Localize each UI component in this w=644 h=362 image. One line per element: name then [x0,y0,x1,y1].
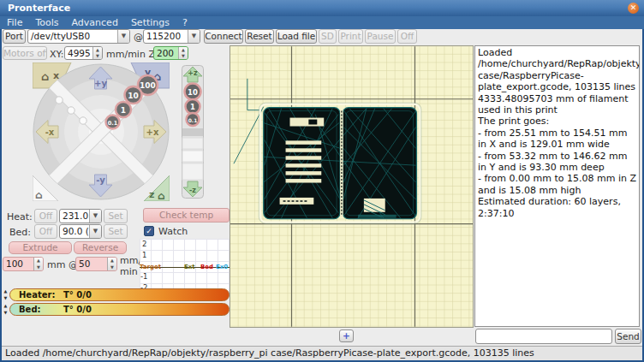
window-titlebar[interactable]: Pronterface [0,0,644,16]
gcode-viewer-canvas[interactable] [230,45,474,328]
heater-gauge-spin-up[interactable]: ▲ [2,288,9,295]
bed-temp-value: 90.0 (u [60,225,89,238]
window-title: Pronterface [8,3,70,14]
xy-distance-1-label: 1 [121,106,126,115]
heater-gauge-value: T° 0/0 [63,290,92,300]
extrude-length-spin-up[interactable]: ▲ [34,258,43,264]
temp-graph: 2 1 -1 -2 Target Ext Bed Ex0 [140,239,230,296]
reverse-button[interactable]: Reverse [74,241,127,254]
xy-feed-spinner[interactable]: 4995 ▲ ▼ [64,46,103,60]
port-select[interactable]: /dev/ttyUSB0 ▼ [27,29,130,44]
extrude-length-spin-down[interactable]: ▼ [34,264,43,271]
send-button[interactable]: Send [615,329,641,344]
xy-distance-01-label: 0.1 [108,120,118,127]
home-icon: ⌂ [35,189,43,201]
graph-ytick: 1 [142,251,146,259]
xy-distance-10-label: 10 [128,92,139,100]
z-feed-label: mm/min Z: [106,49,158,60]
menu-file[interactable]: File [7,17,22,28]
heat-off-button[interactable]: Off [34,209,57,223]
heater-gauge-spinner[interactable]: ▲ ▼ [2,288,9,301]
chevron-down-icon[interactable]: ▼ [188,30,200,43]
connect-button[interactable]: Connect [204,29,243,44]
heater-gauge[interactable]: Heater: T° 0/0 [9,288,230,301]
z-feed-value: 200 [154,47,178,59]
distance-dot[interactable] [56,97,63,104]
command-input[interactable] [475,329,612,344]
z-feed-spin-up[interactable]: ▲ [179,47,188,53]
off-button[interactable]: Off [397,29,417,44]
bed-temp-select[interactable]: 90.0 (u ▼ [59,224,102,239]
heat-temp-value: 231.0 (u [60,210,89,223]
xy-feed-spin-up[interactable]: ▲ [93,47,102,53]
distance-dot[interactable] [80,117,86,124]
chevron-down-icon[interactable]: ▼ [89,210,101,223]
z-slider-handle[interactable] [182,128,203,136]
extrude-speed-spin-down[interactable]: ▼ [108,264,116,271]
bed-set-button[interactable]: Set [104,224,128,239]
heat-label: Heat: [7,211,33,223]
home-icon: ⌂ [158,190,165,201]
heat-temp-select[interactable]: 231.0 (u ▼ [59,209,102,223]
extrude-length-spinner[interactable]: 100 ▲ ▼ [3,257,44,271]
bed-gauge-value: T° 0/0 [63,305,92,314]
graph-ytick: -1 [140,272,147,281]
extrude-button[interactable]: Extrude [9,241,72,254]
bed-off-button[interactable]: Off [34,224,57,239]
print-button[interactable]: Print [338,29,363,44]
menu-settings[interactable]: Settings [131,17,170,28]
distance-dot[interactable] [68,107,75,114]
plus-y-label: +y [94,79,107,88]
viewer-zoom-in-button[interactable]: + [339,329,354,342]
reset-button[interactable]: Reset [245,29,274,44]
bed-gauge-spin-down[interactable]: ▼ [2,310,9,317]
graph-series-bed: Bed [200,264,213,270]
z-move-column: +z 10 1 0.1 -z [182,65,204,199]
menu-tools[interactable]: Tools [35,17,58,28]
graph-ytick: 2 [142,240,146,248]
z-distance-10-label: 10 [188,88,198,97]
minus-z-label: -z [189,187,196,194]
motors-off-button[interactable]: Motors off [3,46,47,60]
pause-button[interactable]: Pause [365,29,396,44]
bed-label: Bed: [9,227,31,238]
heater-gauge-label: Heater: [10,290,63,300]
z-slot[interactable] [182,163,203,180]
sd-button[interactable]: SD [319,29,337,44]
mm-min-unit-label: mm/ min [120,255,141,277]
menu-help[interactable]: ? [182,17,188,28]
port-button[interactable]: Port [3,29,26,44]
chevron-down-icon[interactable]: ▼ [117,30,129,43]
bed-gauge-spinner[interactable]: ▲ ▼ [2,303,9,316]
check-temp-button[interactable]: Check temp [143,208,230,223]
xy-feed-spin-down[interactable]: ▼ [93,53,102,59]
z-slot[interactable] [182,138,203,149]
baud-select[interactable]: 115200 ▼ [143,29,200,44]
watch-label: Watch [158,226,188,237]
z-distance-01-label: 0.1 [188,117,198,123]
close-icon[interactable]: ✕ [628,3,639,14]
watch-checkbox[interactable]: ✓ [144,226,154,236]
mm-at-label: mm @ [47,259,78,270]
menu-advanced[interactable]: Advanced [72,17,118,28]
heat-set-button[interactable]: Set [104,209,128,223]
console-log[interactable]: Loaded /home/churchyard/RepRap/objekty/r… [474,45,640,327]
load-file-button[interactable]: Load file [276,29,317,44]
z-feed-spinner[interactable]: 200 ▲ ▼ [153,46,188,60]
xy-move-pad: ⌂ x y ⌂ ⌂ z ⌂ +y [33,62,170,201]
bed-gauge[interactable]: Bed: T° 0/0 [9,303,230,316]
graph-series-ext: Ext [184,264,195,270]
xy-distance-100-label: 100 [140,81,156,90]
z-slot[interactable] [182,151,203,162]
chevron-down-icon[interactable]: ▼ [89,225,101,238]
z-feed-spin-down[interactable]: ▼ [179,53,188,59]
extrude-speed-spin-up[interactable]: ▲ [108,258,116,264]
minus-y-label: -y [96,175,105,185]
home-z-label: z [149,189,154,200]
bed-gauge-spin-up[interactable]: ▲ [2,303,9,310]
extrude-speed-spinner[interactable]: 50 ▲ ▼ [75,257,117,271]
heater-gauge-spin-down[interactable]: ▼ [2,295,9,302]
z-distance-1-label: 1 [190,103,195,111]
xy-feed-label: XY: [50,49,64,60]
extrude-speed-value: 50 [76,258,107,270]
